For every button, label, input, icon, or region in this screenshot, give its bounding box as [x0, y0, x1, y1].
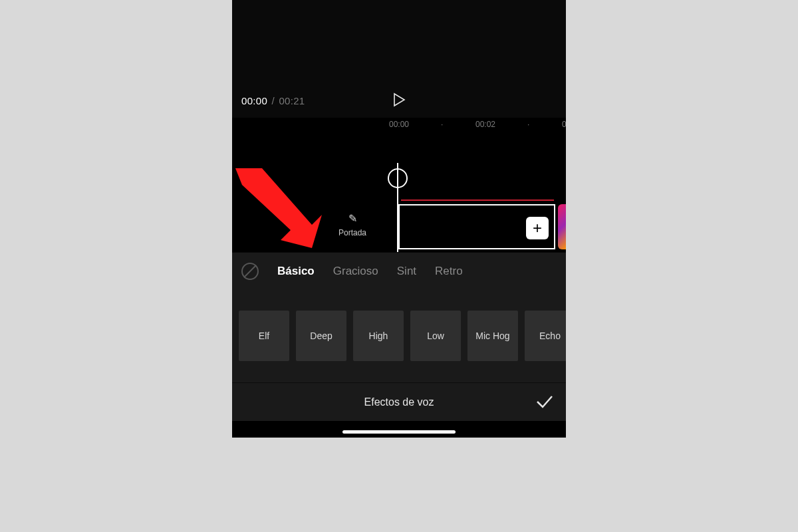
add-clip-button[interactable]: +	[526, 217, 549, 239]
effect-elf[interactable]: Elf	[239, 311, 289, 361]
effect-mic-hog[interactable]: Mic Hog	[467, 311, 518, 361]
time-separator: /	[272, 95, 275, 106]
cover-tool[interactable]: ✎ Portada	[338, 212, 366, 237]
annotation-arrow-icon	[235, 168, 329, 248]
timeline-clip[interactable]: +	[398, 204, 555, 249]
ruler-tick: 00	[562, 120, 566, 129]
confirm-button[interactable]	[535, 394, 554, 410]
clip-indicator-line	[401, 200, 554, 201]
current-time: 00:00	[241, 95, 267, 106]
pencil-icon: ✎	[348, 213, 357, 224]
panel-footer: Efectos de voz	[232, 382, 566, 421]
ruler-dot: ·	[527, 120, 529, 129]
playhead-line	[397, 163, 398, 253]
category-tabs: Básico Gracioso Sint Retro	[232, 252, 566, 289]
voice-effects-list: Elf Deep High Low Mic Hog Echo	[232, 289, 566, 382]
panel-title: Efectos de voz	[364, 396, 434, 408]
playback-time: 00:00 / 00:21	[241, 95, 305, 106]
clip-tool-label: clip	[289, 215, 301, 225]
timeline-ruler: 00:00 · 00:02 · 00	[232, 118, 566, 131]
effect-deep[interactable]: Deep	[296, 311, 346, 361]
effect-echo[interactable]: Echo	[525, 311, 566, 361]
effect-high[interactable]: High	[353, 311, 404, 361]
video-preview: 00:00 / 00:21	[232, 0, 566, 118]
none-effect-icon[interactable]	[241, 263, 259, 280]
video-editor-screen: 00:00 / 00:21 00:00 · 00:02 · 00 clip ✎ …	[232, 0, 566, 438]
next-clip-thumbnail[interactable]	[558, 204, 566, 249]
ruler-dot: ·	[441, 120, 443, 129]
duration-time: 00:21	[279, 95, 305, 106]
tab-funny[interactable]: Gracioso	[333, 265, 378, 278]
effect-low[interactable]: Low	[410, 311, 461, 361]
tab-retro[interactable]: Retro	[435, 265, 463, 278]
ruler-tick: 00:00	[389, 120, 409, 129]
home-indicator	[342, 430, 456, 434]
cover-tool-label: Portada	[338, 228, 366, 237]
ruler-tick: 00:02	[475, 120, 495, 129]
tab-sint[interactable]: Sint	[397, 265, 416, 278]
svg-marker-0	[235, 168, 322, 248]
tab-basic[interactable]: Básico	[277, 265, 315, 278]
timeline[interactable]: clip ✎ Portada +	[232, 131, 566, 252]
play-button[interactable]	[390, 92, 406, 108]
clip-tool[interactable]: clip	[289, 212, 301, 225]
